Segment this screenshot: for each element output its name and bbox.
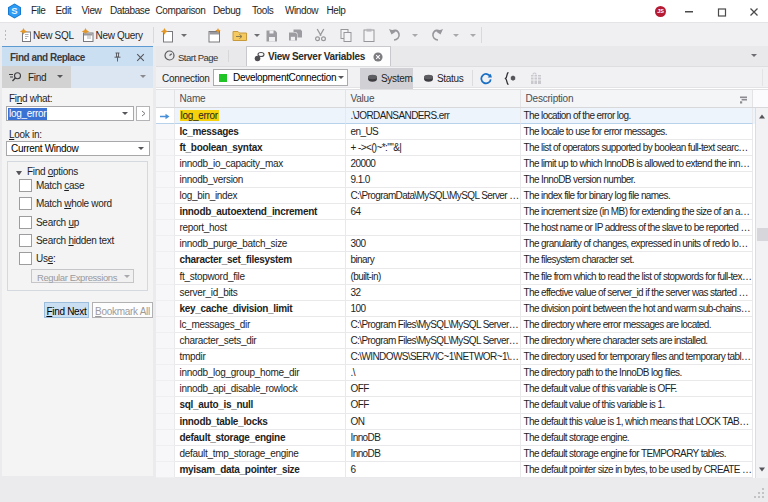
svg-text:S: S [11,5,17,16]
